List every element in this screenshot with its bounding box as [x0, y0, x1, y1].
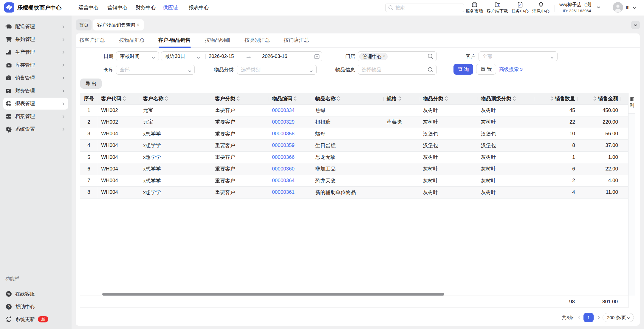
svg-text:?: ?: [8, 305, 10, 309]
